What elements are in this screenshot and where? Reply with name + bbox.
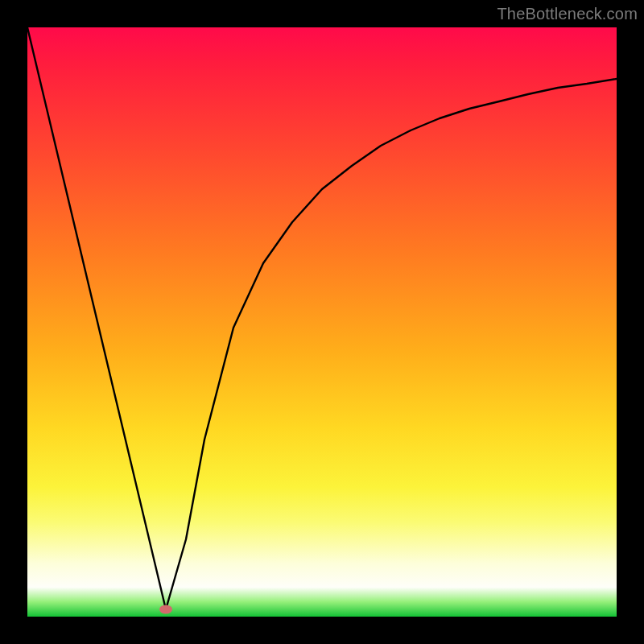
minimum-marker <box>159 605 172 614</box>
chart-frame: TheBottleneck.com <box>0 0 644 644</box>
watermark-text: TheBottleneck.com <box>497 5 638 23</box>
bottleneck-curve <box>27 27 617 617</box>
plot-area <box>27 27 617 617</box>
